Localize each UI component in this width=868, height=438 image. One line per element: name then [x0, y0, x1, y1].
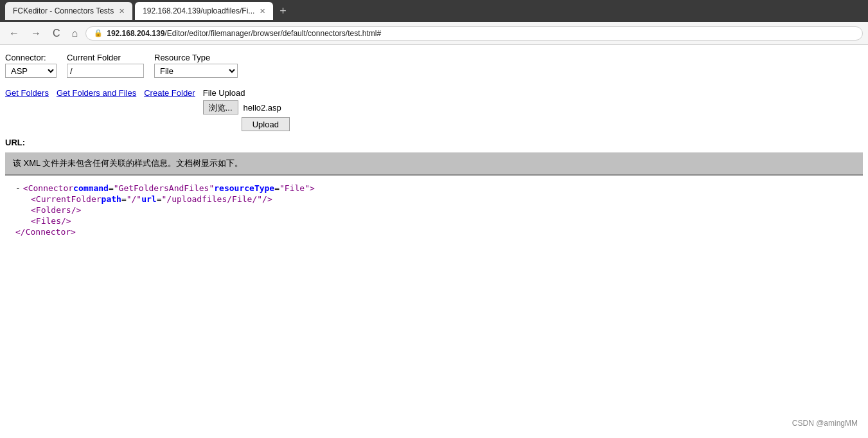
address-text: 192.168.204.139/Editor/editor/filemanage…: [107, 29, 855, 38]
xml-tag-close-connector: Connector: [26, 227, 71, 237]
xml-minus-0: -: [15, 183, 21, 193]
reload-button[interactable]: C: [49, 25, 64, 42]
address-bar[interactable]: 🔒 192.168.204.139/Editor/editor/filemana…: [85, 26, 863, 41]
file-upload-row: 浏览... hello2.asp: [203, 100, 290, 114]
xml-line-0: - <Connector command="GetFoldersAndFiles…: [15, 183, 853, 193]
lock-icon: 🔒: [94, 29, 103, 37]
address-path: /Editor/editor/filemanager/browser/defau…: [164, 29, 381, 38]
file-name-text: hello2.asp: [244, 103, 282, 113]
xml-content-area: - <Connector command="GetFoldersAndFiles…: [5, 174, 863, 246]
xml-attr-path: path: [102, 194, 121, 204]
xml-line-2: <Folders/>: [15, 205, 853, 215]
resource-type-label: Resource Type: [154, 53, 238, 62]
tab-close-fckeditor[interactable]: ✕: [119, 7, 125, 15]
form-area: Connector: ASP PHP JSP CFM Current Folde…: [5, 53, 863, 78]
file-upload-section: File Upload 浏览... hello2.asp Upload: [203, 88, 290, 131]
connector-group: Connector: ASP PHP JSP CFM: [5, 53, 57, 78]
xml-attr-val-url: "/uploadfiles/File/": [162, 194, 263, 204]
xml-tag-folders: Folders: [36, 205, 71, 215]
xml-tag-currentfolder: CurrentFolder: [36, 194, 102, 204]
xml-line-1: <CurrentFolder path="/" url="/uploadfile…: [15, 194, 853, 204]
current-folder-input[interactable]: [67, 64, 144, 78]
xml-attr-url: url: [141, 194, 156, 204]
xml-tag-open-0: <: [23, 183, 28, 193]
get-folders-link[interactable]: Get Folders: [5, 88, 49, 98]
resource-type-select[interactable]: File Image Flash Media: [154, 64, 238, 78]
get-folders-and-files-link[interactable]: Get Folders and Files: [57, 88, 136, 98]
xml-line-4: </Connector>: [15, 227, 853, 237]
page-content: Connector: ASP PHP JSP CFM Current Folde…: [0, 45, 868, 253]
tab-bar: FCKeditor - Connectors Tests ✕ 192.168.2…: [0, 0, 868, 22]
connector-label: Connector:: [5, 53, 57, 62]
back-button[interactable]: ←: [5, 25, 23, 42]
browser-chrome: FCKeditor - Connectors Tests ✕ 192.168.2…: [0, 0, 868, 45]
xml-tag-files: Files: [36, 216, 61, 226]
xml-attr-val-path: "/": [127, 194, 141, 204]
resource-type-group: Resource Type File Image Flash Media: [154, 53, 238, 78]
links-row: Get Folders Get Folders and Files Create…: [5, 88, 863, 131]
xml-attr-command: command: [73, 183, 109, 193]
new-tab-button[interactable]: +: [276, 5, 290, 18]
current-folder-label: Current Folder: [67, 53, 144, 62]
file-upload-label: File Upload: [203, 88, 290, 98]
tab-fckeditor[interactable]: FCKeditor - Connectors Tests ✕: [5, 2, 132, 20]
xml-attr-val-command: "GetFoldersAndFiles": [114, 183, 215, 193]
xml-info-bar: 该 XML 文件并未包含任何关联的样式信息。文档树显示如下。: [5, 152, 863, 174]
home-button[interactable]: ⌂: [68, 25, 82, 42]
tab-close-uploadfiles[interactable]: ✕: [260, 7, 265, 15]
forward-button[interactable]: →: [27, 25, 45, 42]
xml-line-3: <Files/>: [15, 216, 853, 226]
browse-button[interactable]: 浏览...: [203, 100, 238, 114]
xml-attr-val-resourcetype: "File": [279, 183, 310, 193]
upload-button[interactable]: Upload: [242, 117, 290, 131]
nav-bar: ← → C ⌂ 🔒 192.168.204.139/Editor/editor/…: [0, 22, 868, 45]
create-folder-link[interactable]: Create Folder: [144, 88, 195, 98]
xml-info-text: 该 XML 文件并未包含任何关联的样式信息。文档树显示如下。: [13, 158, 243, 168]
tab-uploadfiles[interactable]: 192.168.204.139/uploadfiles/Fi... ✕: [135, 2, 273, 20]
xml-attr-resourcetype: resourceType: [214, 183, 274, 193]
url-label: URL:: [5, 138, 25, 147]
tab-uploadfiles-label: 192.168.204.139/uploadfiles/Fi...: [143, 6, 254, 15]
xml-tag-name-connector: Connector: [28, 183, 73, 193]
address-highlight: 192.168.204.139: [107, 29, 164, 38]
current-folder-group: Current Folder: [67, 53, 144, 78]
connector-select[interactable]: ASP PHP JSP CFM: [5, 64, 57, 78]
tab-fckeditor-label: FCKeditor - Connectors Tests: [13, 6, 114, 15]
